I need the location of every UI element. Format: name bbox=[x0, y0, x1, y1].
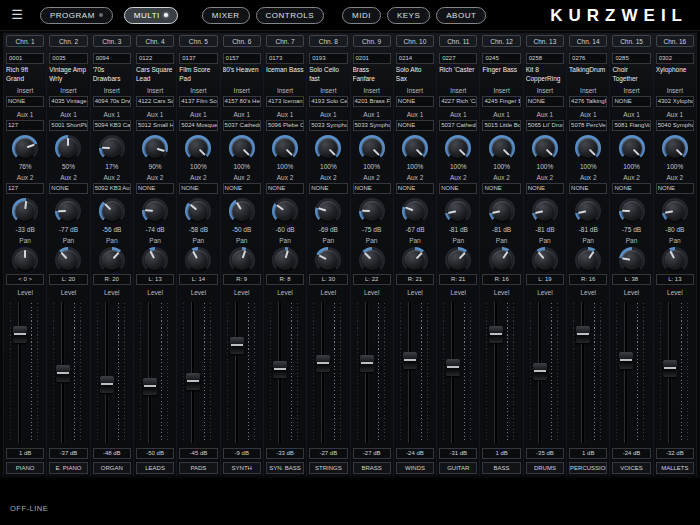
program-name[interactable]: Solo Alto Sax bbox=[396, 66, 434, 83]
pan-knob[interactable] bbox=[55, 247, 81, 273]
channel-label[interactable]: Chn. 8 bbox=[309, 35, 347, 47]
channel-label[interactable]: Chn. 3 bbox=[93, 35, 131, 47]
program-name[interactable]: '70s Drawbars bbox=[93, 66, 131, 83]
channel-label[interactable]: Chn. 1 bbox=[6, 35, 44, 47]
pan-value[interactable]: R: 16 bbox=[569, 274, 607, 285]
fader-handle[interactable] bbox=[576, 326, 590, 343]
aux1-send-knob[interactable] bbox=[445, 135, 471, 161]
level-fader[interactable] bbox=[224, 300, 260, 445]
aux1-value[interactable]: 5065 Lil' Drum bbox=[526, 120, 564, 131]
fader-track[interactable] bbox=[624, 302, 628, 443]
aux2-value[interactable]: NONE bbox=[136, 183, 174, 194]
pan-value[interactable]: L: 19 bbox=[526, 274, 564, 285]
pan-knob[interactable] bbox=[489, 247, 515, 273]
program-name[interactable]: Solo Cello fast bbox=[309, 66, 347, 83]
aux1-send-knob[interactable] bbox=[575, 135, 601, 161]
fader-handle[interactable] bbox=[533, 363, 547, 380]
insert-value[interactable]: 4245 Finger B bbox=[482, 96, 520, 107]
pan-value[interactable]: L: 20 bbox=[49, 274, 87, 285]
program-id[interactable]: 0035 bbox=[49, 53, 87, 64]
pan-knob[interactable] bbox=[142, 247, 168, 273]
menu-icon[interactable]: ☰ bbox=[8, 7, 26, 23]
fader-track[interactable] bbox=[105, 302, 109, 443]
program-id[interactable]: 0201 bbox=[353, 53, 391, 64]
fader-track[interactable] bbox=[148, 302, 152, 443]
level-fader[interactable] bbox=[527, 300, 563, 445]
category-label[interactable]: PERCUSSION bbox=[569, 462, 607, 474]
aux1-value[interactable]: 5012 Small Hall bbox=[136, 120, 174, 131]
channel-label[interactable]: Chn. 7 bbox=[266, 35, 304, 47]
fader-track[interactable] bbox=[321, 302, 325, 443]
aux1-value[interactable]: 5094 KB3 Cab bbox=[93, 120, 131, 131]
fader-handle[interactable] bbox=[100, 376, 114, 393]
program-name[interactable]: Finger Bass bbox=[482, 66, 520, 83]
aux1-send-knob[interactable] bbox=[402, 135, 428, 161]
pan-knob[interactable] bbox=[532, 247, 558, 273]
level-fader[interactable] bbox=[440, 300, 476, 445]
level-fader[interactable] bbox=[310, 300, 346, 445]
level-fader[interactable] bbox=[570, 300, 606, 445]
program-name[interactable]: TalkingDrum bbox=[569, 66, 607, 83]
channel-label[interactable]: Chn. 15 bbox=[612, 35, 650, 47]
category-label[interactable]: PIANO bbox=[6, 462, 44, 474]
program-name[interactable]: Rich 9ft Grand bbox=[6, 66, 44, 83]
aux1-send-knob[interactable] bbox=[229, 135, 255, 161]
program-name[interactable]: Film Score Pad bbox=[179, 66, 217, 83]
fader-handle[interactable] bbox=[316, 355, 330, 372]
fader-handle[interactable] bbox=[56, 365, 70, 382]
fader-handle[interactable] bbox=[13, 326, 27, 343]
level-fader[interactable] bbox=[180, 300, 216, 445]
fader-handle[interactable] bbox=[489, 326, 503, 343]
pan-value[interactable]: R: 16 bbox=[482, 274, 520, 285]
insert-value[interactable]: 4227 Rich 'Cas bbox=[439, 96, 477, 107]
category-label[interactable]: MALLETS bbox=[656, 462, 694, 474]
channel-label[interactable]: Chn. 14 bbox=[569, 35, 607, 47]
program-id[interactable]: 0227 bbox=[439, 53, 477, 64]
fader-handle[interactable] bbox=[143, 378, 157, 395]
program-id[interactable]: 0137 bbox=[179, 53, 217, 64]
pan-value[interactable]: R: 8 bbox=[266, 274, 304, 285]
fader-track[interactable] bbox=[408, 302, 412, 443]
insert-value[interactable]: NONE bbox=[396, 96, 434, 107]
pan-knob[interactable] bbox=[229, 247, 255, 273]
insert-value[interactable]: 4302 Xylophon bbox=[656, 96, 694, 107]
insert-value[interactable]: 4122 Cars Squ bbox=[136, 96, 174, 107]
channel-label[interactable]: Chn. 9 bbox=[353, 35, 391, 47]
category-label[interactable]: LEADS bbox=[136, 462, 174, 474]
fader-handle[interactable] bbox=[663, 360, 677, 377]
channel-label[interactable]: Chn. 12 bbox=[482, 35, 520, 47]
category-label[interactable]: ORGAN bbox=[93, 462, 131, 474]
fader-handle[interactable] bbox=[403, 352, 417, 369]
channel-label[interactable]: Chn. 6 bbox=[223, 35, 261, 47]
channel-label[interactable]: Chn. 10 bbox=[396, 35, 434, 47]
category-label[interactable]: DRUMS bbox=[526, 462, 564, 474]
aux2-send-knob[interactable] bbox=[662, 198, 688, 224]
category-label[interactable]: GUITAR bbox=[439, 462, 477, 474]
pan-value[interactable]: L: 30 bbox=[309, 274, 347, 285]
level-fader[interactable] bbox=[657, 300, 693, 445]
fader-handle[interactable] bbox=[446, 359, 460, 376]
aux1-value[interactable]: 127 bbox=[6, 120, 44, 131]
pan-knob[interactable] bbox=[445, 247, 471, 273]
fader-track[interactable] bbox=[235, 302, 239, 443]
insert-value[interactable]: 4193 Solo Cell bbox=[309, 96, 347, 107]
insert-value[interactable]: 4094 70s Drwb bbox=[93, 96, 131, 107]
level-fader[interactable] bbox=[267, 300, 303, 445]
pan-knob[interactable] bbox=[402, 247, 428, 273]
aux2-send-knob[interactable] bbox=[402, 198, 428, 224]
aux2-value[interactable]: 5092 KB3 Aux bbox=[93, 183, 131, 194]
pan-knob[interactable] bbox=[315, 247, 341, 273]
pan-value[interactable]: < 0 > bbox=[6, 274, 44, 285]
pan-value[interactable]: L: 13 bbox=[136, 274, 174, 285]
aux2-value[interactable]: NONE bbox=[569, 183, 607, 194]
aux1-send-knob[interactable] bbox=[12, 135, 38, 161]
aux1-value[interactable]: 5096 Plebe Ch bbox=[266, 120, 304, 131]
pan-knob[interactable] bbox=[185, 247, 211, 273]
insert-value[interactable]: 4276 TalkingD bbox=[569, 96, 607, 107]
controls-button[interactable]: CONTROLS bbox=[256, 7, 324, 24]
insert-value[interactable]: 4137 Film Sco bbox=[179, 96, 217, 107]
category-label[interactable]: SYNTH bbox=[223, 462, 261, 474]
pan-knob[interactable] bbox=[619, 247, 645, 273]
level-fader[interactable] bbox=[94, 300, 130, 445]
program-id[interactable]: 0157 bbox=[223, 53, 261, 64]
